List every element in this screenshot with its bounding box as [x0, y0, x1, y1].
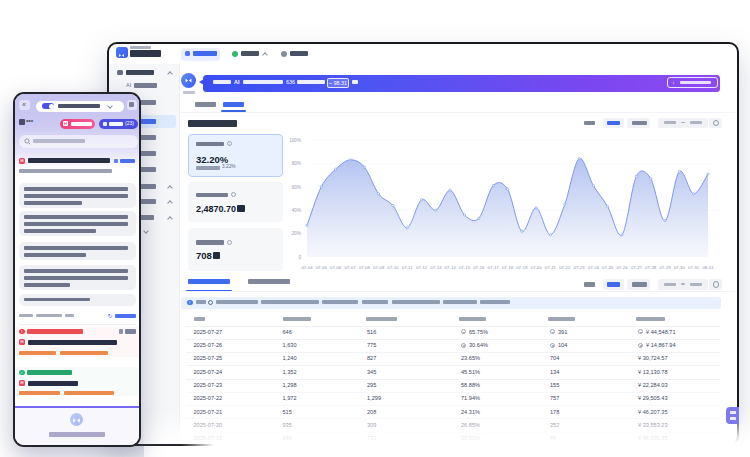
svg-text:07-10: 07-10	[387, 265, 399, 270]
svg-text:07-18: 07-18	[502, 265, 514, 270]
svg-text:07-14: 07-14	[445, 265, 457, 270]
svg-text:07-16: 07-16	[473, 265, 485, 270]
svg-text:40%: 40%	[292, 208, 301, 213]
svg-text:07-20: 07-20	[530, 265, 542, 270]
svg-text:0: 0	[298, 255, 301, 260]
svg-text:07-12: 07-12	[416, 265, 428, 270]
svg-text:07-28: 07-28	[645, 265, 657, 270]
svg-text:07-15: 07-15	[459, 265, 471, 270]
svg-text:07-22: 07-22	[559, 265, 571, 270]
svg-text:07-23: 07-23	[573, 265, 585, 270]
svg-text:07-04: 07-04	[301, 265, 313, 270]
svg-text:07-27: 07-27	[631, 265, 643, 270]
svg-text:07-17: 07-17	[488, 265, 500, 270]
svg-text:07-19: 07-19	[516, 265, 528, 270]
svg-text:08-01: 08-01	[702, 265, 714, 270]
svg-text:07-24: 07-24	[588, 265, 600, 270]
svg-text:07-13: 07-13	[430, 265, 442, 270]
svg-text:07-21: 07-21	[545, 265, 557, 270]
svg-text:07-09: 07-09	[373, 265, 385, 270]
svg-text:07-05: 07-05	[316, 265, 328, 270]
svg-text:07-06: 07-06	[330, 265, 342, 270]
svg-text:07-31: 07-31	[688, 265, 700, 270]
svg-text:100%: 100%	[289, 138, 301, 143]
svg-text:07-11: 07-11	[402, 265, 413, 270]
svg-text:07-07: 07-07	[344, 265, 356, 270]
svg-text:07-26: 07-26	[616, 265, 628, 270]
svg-text:07-08: 07-08	[359, 265, 371, 270]
svg-text:20%: 20%	[292, 231, 301, 236]
svg-text:60%: 60%	[292, 185, 301, 190]
svg-text:07-30: 07-30	[674, 265, 686, 270]
svg-text:80%: 80%	[292, 161, 301, 166]
svg-text:07-29: 07-29	[659, 265, 671, 270]
svg-text:07-25: 07-25	[602, 265, 614, 270]
